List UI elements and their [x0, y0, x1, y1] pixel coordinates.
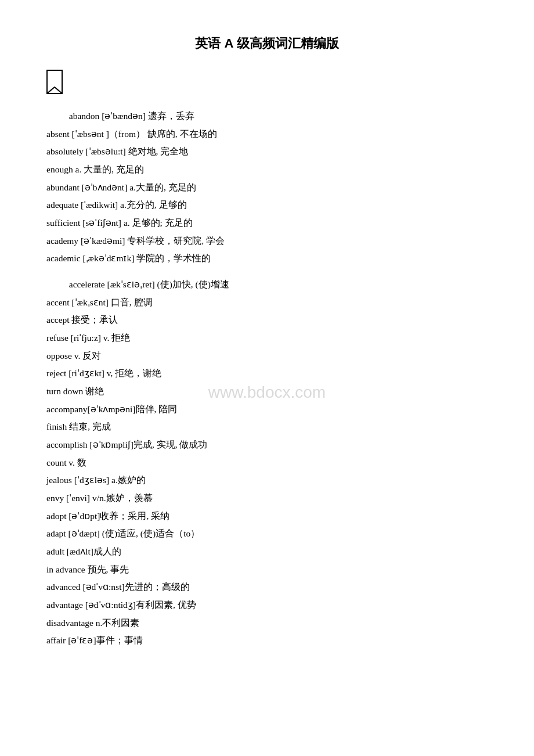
entry-academy: academy [əˈkædəmi] 专科学校，研究院, 学会	[46, 233, 488, 250]
entry-turn-down: turn down 谢绝	[46, 383, 488, 400]
entry-accomplish: accomplish [əˈkɒmpliʃ]完成, 实现, 做成功	[46, 437, 488, 453]
bookmark-symbol	[46, 70, 488, 98]
entry-refuse: refuse [riˈfju:z] v. 拒绝	[46, 330, 488, 347]
entry-accompany: accompany[əˈkʌmpəni]陪伴, 陪同	[46, 401, 488, 418]
entry-adopt: adopt [əˈdɒpt]收养；采用, 采纳	[46, 508, 488, 525]
blank-line-1	[46, 268, 488, 276]
entry-in-advance: in advance 预先, 事先	[46, 561, 488, 578]
entry-oppose: oppose v. 反对	[46, 348, 488, 365]
entry-count: count v. 数	[46, 455, 488, 471]
entry-jealous: jealous [ˈdʒɛləs] a.嫉妒的	[46, 472, 488, 489]
entry-advanced: advanced [ədˈvɑ:nst]先进的；高级的	[46, 579, 488, 596]
vocabulary-content: abandon [əˈbændən] 遗弃，丢弃 absent [ˈæbsənt…	[46, 108, 488, 649]
entry-disadvantage: disadvantage n.不利因素	[46, 615, 488, 632]
entry-sufficient: sufficient [səˈfiʃənt] a. 足够的; 充足的	[46, 215, 488, 232]
entry-abundant: abundant [əˈbʌndənt] a.大量的, 充足的	[46, 179, 488, 196]
entry-affair: affair [əˈfɛə]事件；事情	[46, 632, 488, 649]
entry-envy: envy [ˈenvi] v/n.嫉妒，羡慕	[46, 490, 488, 507]
entry-adequate: adequate [ˈædikwit] a.充分的, 足够的	[46, 197, 488, 214]
entry-finish: finish 结束, 完成	[46, 419, 488, 435]
entry-reject: reject [riˈdʒɛkt] v, 拒绝，谢绝	[46, 365, 488, 382]
entry-absolutely: absolutely [ˈæbsəlu:t] 绝对地, 完全地	[46, 143, 488, 160]
entry-absent: absent [ˈæbsənt ]（from） 缺席的, 不在场的	[46, 126, 488, 143]
entry-adapt: adapt [əˈdæpt] (使)适应, (使)适合（to）	[46, 525, 488, 542]
entry-academic: academic [ˌækəˈdɛmɪk] 学院的，学术性的	[46, 250, 488, 267]
entry-advantage: advantage [ədˈvɑ:ntidʒ]有利因素, 优势	[46, 597, 488, 614]
entry-enough: enough a. 大量的, 充足的	[46, 161, 488, 178]
entry-accelerate: accelerate [ækˈsɛləˌret] (使)加快, (使)增速	[46, 276, 488, 293]
entry-abandon: abandon [əˈbændən] 遗弃，丢弃	[46, 108, 488, 125]
entry-accent: accent [ˈækˌsɛnt] 口音, 腔调	[46, 294, 488, 311]
page-title: 英语 A 级高频词汇精编版	[46, 35, 488, 52]
entry-adult: adult [ædʌlt]成人的	[46, 543, 488, 560]
entry-accept: accept 接受；承认	[46, 312, 488, 329]
